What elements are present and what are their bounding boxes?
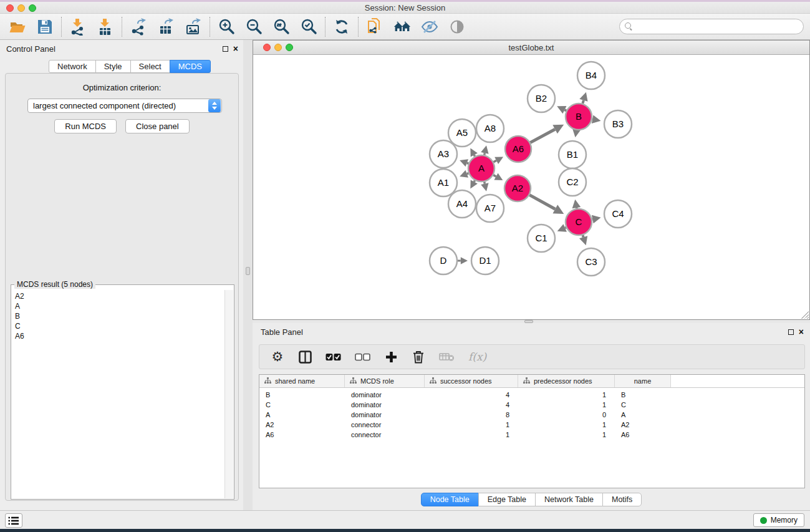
tab-network-table[interactable]: Network Table [535, 493, 603, 506]
graph-edge-A-A7[interactable] [485, 181, 485, 183]
graph-node-A[interactable]: A [468, 155, 494, 181]
task-history-button[interactable] [5, 513, 22, 528]
result-item[interactable]: A2 [15, 291, 224, 301]
graph-node-B[interactable]: B [566, 104, 592, 130]
graph-node-A3[interactable]: A3 [430, 140, 457, 168]
graph-edge-B-B4[interactable] [582, 100, 584, 104]
resize-grip-icon[interactable] [801, 311, 809, 319]
divider-handle[interactable] [246, 267, 250, 275]
column-header-successor-nodes[interactable]: successor nodes [425, 375, 518, 387]
float-panel-icon[interactable] [223, 46, 228, 52]
import-table-icon[interactable] [97, 18, 114, 36]
graph-edge-A-A5[interactable] [474, 155, 475, 156]
unselect-all-icon[interactable] [355, 349, 370, 365]
delete-column-icon[interactable] [412, 349, 425, 365]
table-row[interactable]: Adominator80A [259, 410, 804, 420]
add-column-icon[interactable] [384, 349, 398, 365]
close-panel-icon[interactable]: × [799, 328, 804, 336]
table-body: Bdominator41BCdominator41CAdominator80AA… [259, 388, 804, 440]
zoom-out-icon[interactable] [245, 18, 263, 36]
table-row[interactable]: Cdominator41C [259, 400, 804, 410]
graph-node-A5[interactable]: A5 [448, 119, 476, 147]
result-item[interactable]: A [15, 301, 224, 311]
delete-table-icon[interactable] [439, 349, 455, 365]
home-icon[interactable] [393, 18, 411, 36]
graph-node-A8[interactable]: A8 [476, 115, 504, 142]
open-file-icon[interactable] [9, 18, 26, 36]
graph-edge-C-C1[interactable] [565, 228, 566, 228]
memory-button[interactable]: Memory [753, 513, 804, 527]
zoom-fit-icon[interactable] [272, 18, 290, 36]
table-row[interactable]: A6connector11A6 [259, 430, 804, 440]
graph-node-C4[interactable]: C4 [604, 200, 632, 228]
export-network-icon[interactable] [130, 18, 147, 36]
result-scrollbar[interactable] [224, 290, 233, 498]
graph-edge-B-B2[interactable] [564, 110, 566, 110]
column-header-MCDS-role[interactable]: MCDS role [345, 375, 425, 387]
column-header-predecessor-nodes[interactable]: predecessor nodes [518, 375, 615, 387]
graph-node-A7[interactable]: A7 [476, 195, 504, 222]
tab-style[interactable]: Style [95, 60, 131, 73]
graph-node-D1[interactable]: D1 [471, 247, 499, 274]
table-row[interactable]: Bdominator41B [259, 390, 804, 400]
graph-edge-A-A8[interactable] [485, 153, 485, 155]
graph-node-B4[interactable]: B4 [577, 62, 605, 89]
hide-graphics-details-icon[interactable] [421, 18, 438, 36]
export-image-icon[interactable] [185, 18, 202, 36]
network-canvas[interactable]: B4B2BB3A8A5A6A3B1AC2A1A2A4A7C4CC1DD1C3 [253, 55, 809, 319]
show-columns-icon[interactable] [298, 349, 312, 365]
show-graphics-details-icon[interactable] [448, 18, 466, 36]
close-panel-icon[interactable]: × [233, 45, 238, 52]
graph-node-A6[interactable]: A6 [505, 136, 531, 162]
column-header-shared-name[interactable]: shared name [259, 375, 345, 387]
close-panel-button[interactable]: Close panel [125, 119, 190, 133]
table-options-icon[interactable]: ⚙ [271, 349, 284, 365]
result-item[interactable]: C [15, 321, 224, 331]
float-panel-icon[interactable] [788, 329, 794, 335]
tab-select[interactable]: Select [130, 60, 170, 73]
table-row[interactable]: A2connector11A2 [259, 420, 804, 430]
result-item[interactable]: A6 [15, 331, 224, 341]
network-graph[interactable]: B4B2BB3A8A5A6A3B1AC2A1A2A4A7C4CC1DD1C3 [253, 55, 809, 319]
graph-node-C3[interactable]: C3 [577, 248, 605, 276]
search-input[interactable] [636, 21, 803, 33]
graph-edge-A-A6[interactable] [493, 160, 496, 162]
column-header-name[interactable]: name [615, 375, 671, 387]
function-builder-icon[interactable]: f(x) [468, 349, 486, 365]
graph-node-A4[interactable]: A4 [448, 190, 476, 218]
graph-edge-A-A4[interactable] [474, 180, 475, 181]
vertical-split-divider[interactable] [243, 40, 253, 510]
graph-edge-C-C3[interactable] [583, 235, 584, 237]
graph-node-B3[interactable]: B3 [604, 110, 632, 138]
graph-node-A2[interactable]: A2 [504, 175, 531, 201]
graph-node-C[interactable]: C [566, 209, 592, 235]
graph-edge-A-A1[interactable] [467, 173, 469, 174]
tab-mcds[interactable]: MCDS [170, 60, 211, 73]
export-table-icon[interactable] [157, 18, 175, 36]
graph-node-B2[interactable]: B2 [528, 85, 555, 112]
import-network-icon[interactable] [69, 18, 87, 36]
criterion-select[interactable]: largest connected component (directed) [27, 99, 222, 113]
zoom-in-icon[interactable] [218, 18, 235, 36]
refresh-icon[interactable] [333, 18, 350, 36]
select-all-icon[interactable] [325, 349, 341, 365]
result-item[interactable]: B [15, 311, 224, 321]
graph-node-C2[interactable]: C2 [559, 168, 586, 196]
zoom-selected-icon[interactable] [300, 18, 317, 36]
graph-edge-A-A2[interactable] [493, 175, 496, 177]
save-session-icon[interactable] [36, 18, 54, 36]
graph-edge-A6-B[interactable] [530, 129, 555, 142]
run-mcds-button[interactable]: Run MCDS [54, 119, 117, 133]
graph-edge-A-A3[interactable] [467, 163, 469, 163]
graph-edge-A2-C[interactable] [529, 195, 555, 210]
tab-network[interactable]: Network [49, 60, 96, 73]
tab-motifs[interactable]: Motifs [602, 493, 642, 506]
graph-node-D[interactable]: D [430, 247, 457, 274]
graph-node-A1[interactable]: A1 [430, 169, 457, 196]
open-session-icon[interactable] [366, 18, 383, 36]
tab-edge-table[interactable]: Edge Table [478, 493, 536, 506]
tab-node-table[interactable]: Node Table [421, 493, 479, 506]
graph-node-B1[interactable]: B1 [559, 141, 586, 168]
graph-node-C1[interactable]: C1 [528, 225, 555, 252]
search-field[interactable] [619, 19, 804, 34]
